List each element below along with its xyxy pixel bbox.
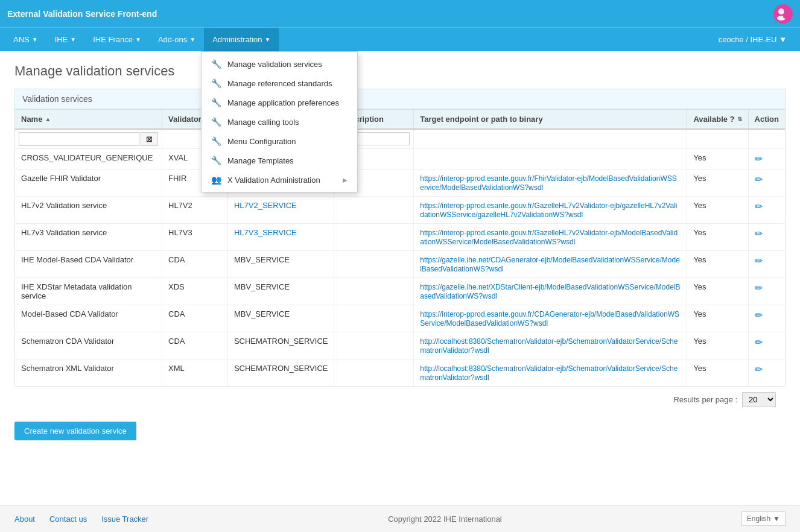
table-row: Schematron CDA Validator CDA SCHEMATRON_… [15, 332, 786, 359]
validation-services-table: Name ▲ Validator Type Service name Descr… [14, 109, 786, 387]
menu-manage-validation-services[interactable]: 🔧 Manage validation services [202, 54, 357, 74]
edit-icon[interactable]: ✏ [755, 337, 763, 347]
cell-type: XDS [162, 278, 228, 305]
cell-action: ✏ [748, 224, 785, 251]
menu-menu-configuration[interactable]: 🔧 Menu Configuration [202, 131, 357, 151]
edit-icon[interactable]: ✏ [755, 283, 763, 293]
nav-item-addons[interactable]: Add-ons ▼ [150, 28, 204, 51]
administration-dropdown: 🔧 Manage validation services 🔧 Manage re… [201, 51, 358, 192]
footer-about-link[interactable]: About [14, 515, 35, 524]
wrench-icon: 🔧 [211, 78, 221, 88]
edit-icon[interactable]: ✏ [755, 229, 763, 239]
cell-type: CDA [162, 332, 228, 359]
nav-item-administration[interactable]: Administration ▼ [204, 28, 279, 51]
footer-contact-link[interactable]: Contact us [49, 515, 87, 524]
menu-manage-calling-tools[interactable]: 🔧 Manage calling tools [202, 112, 357, 131]
edit-icon[interactable]: ✏ [755, 364, 763, 375]
filter-row: ⊠ [15, 129, 786, 149]
chevron-down-icon: ▼ [773, 515, 780, 523]
wrench-icon: 🔧 [211, 156, 221, 165]
cell-type: HL7V2 [162, 197, 228, 224]
wrench-icon: 🔧 [211, 136, 221, 146]
cell-service: HL7V3_SERVICE [227, 224, 334, 251]
cell-description [334, 224, 414, 251]
app-title: External Validation Service Front-end [7, 9, 157, 19]
cell-action: ✏ [748, 169, 785, 197]
results-per-page-label: Results per page : [673, 395, 737, 404]
cell-service: SCHEMATRON_SERVICE [227, 332, 334, 359]
cell-target: http://localhost:8380/SchematronValidato… [414, 332, 687, 359]
menu-x-validation-administration[interactable]: 👥 X Validation Administration ▶ [202, 170, 357, 189]
cell-name: CROSS_VALIDATEUR_GENERIQUE [15, 149, 162, 169]
chevron-down-icon: ▼ [779, 35, 787, 44]
cell-available: Yes [687, 278, 748, 305]
language-selector[interactable]: English ▼ [741, 511, 786, 526]
cell-target: https://gazelle.ihe.net/CDAGenerator-ejb… [414, 251, 687, 278]
cell-available: Yes [687, 359, 748, 387]
wrench-icon: 🔧 [211, 117, 221, 127]
cell-description [334, 359, 414, 387]
menu-manage-referenced-standards[interactable]: 🔧 Manage referenced standards [202, 74, 357, 93]
cell-available: Yes [687, 332, 748, 359]
menu-manage-application-preferences[interactable]: 🔧 Manage application preferences [202, 93, 357, 112]
cell-target: https://interop-pprod.esante.gouv.fr/CDA… [414, 305, 687, 332]
group-icon: 👥 [211, 175, 221, 185]
table-row: HL7v2 Validation service HL7V2 HL7V2_SER… [15, 197, 786, 224]
nav-items: ANS ▼ IHE ▼ IHE France ▼ Add-ons ▼ Admin… [5, 28, 279, 51]
cell-description [334, 278, 414, 305]
col-header-action: Action [748, 110, 785, 130]
results-per-page-select[interactable]: 20 50 100 [742, 392, 776, 407]
chevron-down-icon: ▼ [265, 36, 271, 43]
wrench-icon: 🔧 [211, 59, 221, 69]
filter-name-button[interactable]: ⊠ [141, 132, 158, 146]
col-header-name: Name ▲ [15, 110, 162, 130]
table-row: Gazelle FHIR Validator FHIR MBV_SERVICE … [15, 169, 786, 197]
nav-bar: ANS ▼ IHE ▼ IHE France ▼ Add-ons ▼ Admin… [0, 27, 800, 51]
edit-icon[interactable]: ✏ [755, 310, 763, 320]
cell-action: ✏ [748, 332, 785, 359]
footer-copyright: Copyright 2022 IHE International [388, 515, 502, 524]
user-menu[interactable]: ceoche / IHE-EU ▼ [710, 35, 795, 44]
avatar [773, 4, 793, 24]
cell-target: https://interop-pprod.esante.gouv.fr/Gaz… [414, 197, 687, 224]
cell-name: HL7v2 Validation service [15, 197, 162, 224]
cell-available: Yes [687, 169, 748, 197]
nav-item-ihe-france[interactable]: IHE France ▼ [84, 28, 150, 51]
menu-manage-templates[interactable]: 🔧 Manage Templates [202, 151, 357, 170]
cell-available: Yes [687, 197, 748, 224]
create-new-validation-service-button[interactable]: Create new validation service [14, 422, 136, 440]
cell-service: MBV_SERVICE [227, 305, 334, 332]
cell-service: MBV_SERVICE [227, 278, 334, 305]
cell-action: ✏ [748, 149, 785, 169]
cell-description [334, 305, 414, 332]
svg-point-2 [784, 8, 789, 13]
edit-icon[interactable]: ✏ [755, 174, 763, 185]
cell-action: ✏ [748, 359, 785, 387]
filter-name-input[interactable] [19, 132, 139, 146]
chevron-down-icon: ▼ [32, 36, 38, 43]
edit-icon[interactable]: ✏ [755, 201, 763, 212]
edit-icon[interactable]: ✏ [755, 154, 763, 164]
cell-service: MBV_SERVICE [227, 251, 334, 278]
cell-target: http://localhost:8380/SchematronValidato… [414, 359, 687, 387]
footer-issue-link[interactable]: Issue Tracker [101, 515, 148, 524]
cell-action: ✏ [748, 251, 785, 278]
nav-item-ihe[interactable]: IHE ▼ [46, 28, 85, 51]
cell-name: Schematron XML Validator [15, 359, 162, 387]
edit-icon[interactable]: ✏ [755, 256, 763, 266]
section-header: Validation services [14, 89, 786, 109]
cell-available: Yes [687, 224, 748, 251]
table-row: Model-Based CDA Validator CDA MBV_SERVIC… [15, 305, 786, 332]
nav-item-ans[interactable]: ANS ▼ [5, 28, 46, 51]
table-row: IHE XDStar Metadata validation service X… [15, 278, 786, 305]
pagination-bar: Results per page : 20 50 100 [14, 387, 786, 412]
footer-links: About Contact us Issue Tracker [14, 515, 148, 524]
cell-type: XML [162, 359, 228, 387]
cell-name: Gazelle FHIR Validator [15, 169, 162, 197]
table-row: IHE Model-Based CDA Validator CDA MBV_SE… [15, 251, 786, 278]
chevron-down-icon: ▼ [135, 36, 141, 43]
footer: About Contact us Issue Tracker Copyright… [0, 505, 800, 532]
chevron-right-icon: ▶ [343, 177, 348, 183]
cell-name: IHE XDStar Metadata validation service [15, 278, 162, 305]
cell-action: ✏ [748, 305, 785, 332]
